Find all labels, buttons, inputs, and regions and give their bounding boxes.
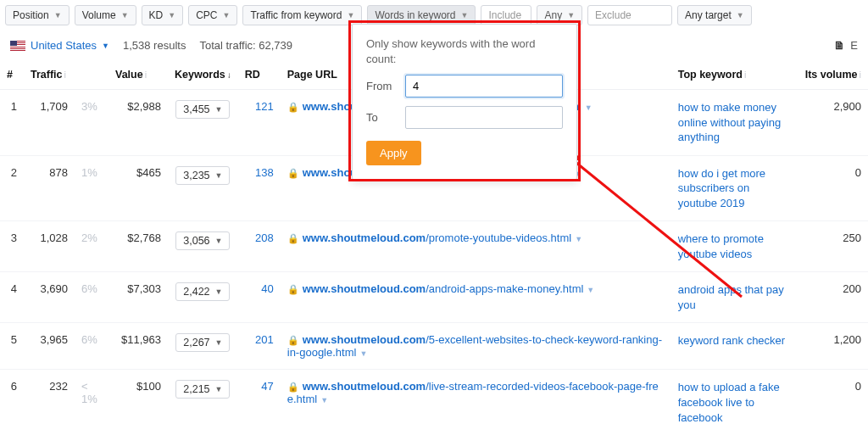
row-top-keyword[interactable]: keyword rank checker bbox=[671, 323, 798, 370]
lock-icon: 🔒 bbox=[287, 382, 299, 392]
row-rd[interactable]: 47 bbox=[238, 370, 281, 435]
row-page-url[interactable]: 🔒www.shoutmeloud.com/android-apps-make-m… bbox=[281, 272, 671, 323]
lock-icon: 🔒 bbox=[287, 168, 299, 178]
col-value[interactable]: Valuei bbox=[108, 60, 168, 90]
lock-icon: 🔒 bbox=[287, 102, 299, 112]
row-rd[interactable]: 208 bbox=[238, 221, 281, 272]
row-top-keyword[interactable]: android apps that pay you bbox=[671, 272, 798, 323]
row-its-volume: 0 bbox=[798, 155, 868, 221]
col-number[interactable]: # bbox=[0, 60, 24, 90]
filter-words-in-keyword[interactable]: Words in keyword▼ bbox=[367, 5, 476, 25]
chevron-down-icon: ▼ bbox=[215, 385, 223, 393]
from-label: From bbox=[366, 80, 393, 92]
chevron-down-icon: ▼ bbox=[215, 338, 223, 347]
chevron-down-icon: ▼ bbox=[168, 11, 175, 20]
lock-icon: 🔒 bbox=[287, 233, 299, 243]
chevron-down-icon: ▼ bbox=[121, 11, 129, 20]
country-select[interactable]: United States ▼ bbox=[10, 39, 109, 52]
row-number: 5 bbox=[0, 323, 24, 370]
export-icon[interactable]: 🗎 bbox=[834, 39, 845, 52]
row-traffic: 878 bbox=[24, 155, 75, 221]
row-traffic: 232 bbox=[24, 370, 75, 435]
row-traffic: 1,028 bbox=[24, 221, 75, 272]
filter-volume[interactable]: Volume▼ bbox=[75, 5, 136, 25]
chevron-down-icon: ▼ bbox=[320, 396, 328, 404]
row-rd[interactable]: 201 bbox=[238, 323, 281, 370]
info-icon: i bbox=[145, 70, 147, 80]
row-its-volume: 0 bbox=[798, 370, 868, 435]
row-value: $11,963 bbox=[108, 323, 168, 370]
col-top-keyword[interactable]: Top keywordi bbox=[671, 60, 798, 90]
words-in-keyword-popover: Only show keywords with the word count: … bbox=[352, 24, 577, 178]
chevron-down-icon: ▼ bbox=[215, 105, 223, 114]
row-top-keyword[interactable]: how to upload a fake facebook live to fa… bbox=[671, 370, 798, 435]
info-icon: i bbox=[860, 70, 861, 80]
popover-card: Only show keywords with the word count: … bbox=[352, 24, 577, 180]
row-rd[interactable]: 40 bbox=[238, 272, 281, 323]
row-top-keyword[interactable]: where to promote youtube videos bbox=[671, 221, 798, 272]
row-keywords[interactable]: 2,215▼ bbox=[168, 370, 238, 435]
row-its-volume: 200 bbox=[798, 272, 868, 323]
row-keywords[interactable]: 3,056▼ bbox=[168, 221, 238, 272]
table-row: 43,6906%$7,3032,422▼40🔒www.shoutmeloud.c… bbox=[0, 272, 868, 323]
row-traffic-pct: 2% bbox=[75, 221, 108, 272]
row-keywords[interactable]: 3,455▼ bbox=[168, 90, 238, 156]
row-page-url[interactable]: 🔒www.shoutmeloud.com/live-stream-recorde… bbox=[281, 370, 671, 435]
any-target[interactable]: Any target▼ bbox=[677, 5, 752, 25]
row-top-keyword[interactable]: how do i get more subscribers on youtube… bbox=[671, 155, 798, 221]
row-keywords[interactable]: 2,267▼ bbox=[168, 323, 238, 370]
row-traffic: 3,690 bbox=[24, 272, 75, 323]
row-traffic-pct: < 1% bbox=[75, 370, 108, 435]
table-row: 6232< 1%$1002,215▼47🔒www.shoutmeloud.com… bbox=[0, 370, 868, 435]
lock-icon: 🔒 bbox=[287, 284, 299, 294]
sort-desc-icon: ↓ bbox=[227, 70, 231, 80]
filter-traffic-from-keyword[interactable]: Traffic from keyword▼ bbox=[242, 5, 362, 25]
col-traffic[interactable]: Traffici bbox=[24, 60, 75, 90]
chevron-down-icon: ▼ bbox=[567, 11, 575, 20]
row-page-url[interactable]: 🔒www.shoutmeloud.com/promote-youtube-vid… bbox=[281, 221, 671, 272]
row-traffic: 3,965 bbox=[24, 323, 75, 370]
export-label[interactable]: E bbox=[850, 39, 858, 52]
row-value: $465 bbox=[108, 155, 168, 221]
row-number: 1 bbox=[0, 90, 24, 156]
row-traffic-pct: 6% bbox=[75, 323, 108, 370]
total-traffic: Total traffic: 62,739 bbox=[199, 39, 292, 52]
chevron-down-icon: ▼ bbox=[102, 42, 109, 50]
chevron-down-icon: ▼ bbox=[215, 237, 223, 245]
row-number: 2 bbox=[0, 155, 24, 221]
table-row: 53,9656%$11,9632,267▼201🔒www.shoutmeloud… bbox=[0, 323, 868, 370]
to-label: To bbox=[366, 111, 393, 124]
filter-position[interactable]: Position▼ bbox=[5, 5, 70, 25]
popover-description: Only show keywords with the word count: bbox=[366, 36, 563, 66]
row-value: $100 bbox=[108, 370, 168, 435]
row-value: $2,988 bbox=[108, 90, 168, 156]
include-mode[interactable]: Any▼ bbox=[537, 5, 582, 25]
chevron-down-icon: ▼ bbox=[575, 235, 582, 243]
col-rd[interactable]: RD bbox=[238, 60, 281, 90]
filter-kd[interactable]: KD▼ bbox=[142, 5, 184, 25]
from-input[interactable] bbox=[405, 75, 563, 98]
row-keywords[interactable]: 3,235▼ bbox=[168, 155, 238, 221]
row-rd[interactable]: 121 bbox=[238, 90, 281, 156]
row-keywords[interactable]: 2,422▼ bbox=[168, 272, 238, 323]
info-icon: i bbox=[64, 70, 66, 80]
row-its-volume: 250 bbox=[798, 221, 868, 272]
chevron-down-icon: ▼ bbox=[347, 11, 354, 20]
to-input[interactable] bbox=[405, 106, 563, 129]
col-keywords[interactable]: Keywords↓ bbox=[168, 60, 238, 90]
row-value: $2,768 bbox=[108, 221, 168, 272]
info-icon: i bbox=[744, 70, 746, 80]
chevron-down-icon: ▼ bbox=[359, 349, 367, 358]
include-input[interactable]: Include bbox=[481, 5, 531, 25]
apply-button[interactable]: Apply bbox=[366, 141, 421, 165]
results-count: 1,538 results bbox=[123, 39, 186, 52]
row-top-keyword[interactable]: how to make money online without paying … bbox=[671, 90, 798, 156]
row-traffic-pct: 6% bbox=[75, 272, 108, 323]
col-its-volume[interactable]: Its volumei bbox=[798, 60, 868, 90]
exclude-input[interactable]: Exclude bbox=[587, 5, 672, 25]
filter-cpc[interactable]: CPC▼ bbox=[188, 5, 237, 25]
chevron-down-icon: ▼ bbox=[54, 11, 62, 20]
us-flag-icon bbox=[10, 41, 25, 51]
row-rd[interactable]: 138 bbox=[238, 155, 281, 221]
row-page-url[interactable]: 🔒www.shoutmeloud.com/5-excellent-website… bbox=[281, 323, 671, 370]
